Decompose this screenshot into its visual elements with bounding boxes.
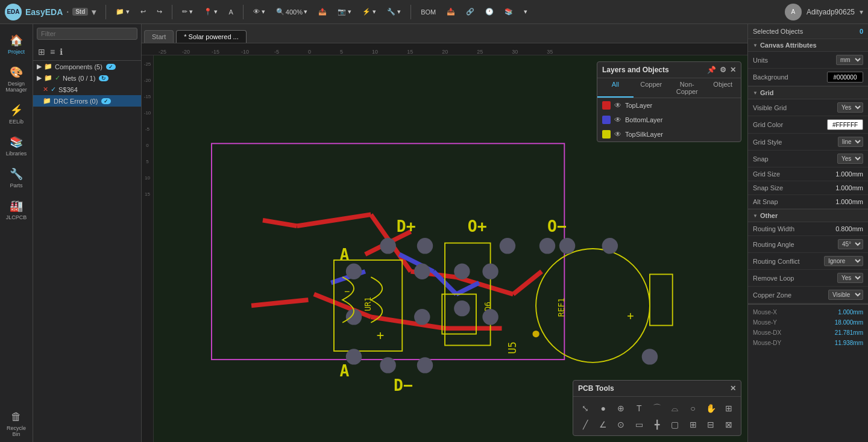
layers-button[interactable]: 📚: [501, 6, 517, 17]
export-button[interactable]: 📤: [315, 6, 330, 17]
import-button[interactable]: 📥: [443, 6, 459, 17]
pcb-tools-close[interactable]: ✕: [730, 384, 736, 393]
tool-minus-grid[interactable]: ⊟: [702, 417, 719, 432]
other-section-title: ▼ Other: [748, 210, 868, 222]
collapse-icon[interactable]: ▼: [753, 43, 758, 48]
mouse-x-row: Mouse-X 1.000mm: [748, 307, 868, 317]
sidebar-item-libraries[interactable]: 📚 Libraries: [2, 131, 31, 161]
tool-line[interactable]: ╱: [577, 417, 594, 432]
pcb-tools-icons: ✕: [730, 384, 736, 393]
tool-arc1[interactable]: ⌒: [649, 400, 665, 416]
filter-input[interactable]: [37, 28, 137, 40]
sidebar-item-jlcpcb[interactable]: 🏭 JLCPCB: [2, 195, 31, 225]
tab-all[interactable]: All: [597, 78, 634, 98]
file-panel-toolbar: ⊞ ≡ ℹ: [33, 43, 141, 61]
marker-button[interactable]: 📍 ▾: [200, 6, 221, 17]
tree-net-s364[interactable]: ✕ ✓ S$364: [33, 84, 141, 95]
bottomlayer-eye[interactable]: 👁: [614, 116, 621, 124]
camera-button[interactable]: 📷 ▾: [334, 6, 355, 17]
tab-object[interactable]: Object: [705, 78, 741, 98]
sidebar-item-design-manager[interactable]: 🎨 DesignManager: [2, 61, 31, 98]
draw-button[interactable]: ✏ ▾: [178, 6, 197, 17]
text-button[interactable]: A: [225, 7, 236, 17]
tool-rect[interactable]: ▭: [631, 417, 647, 432]
snap-select[interactable]: Yes No: [837, 154, 863, 164]
mouse-dx-row: Mouse-DX 21.781mm: [748, 328, 868, 338]
close-icon[interactable]: ✕: [730, 66, 736, 74]
tool-circle-point[interactable]: ●: [595, 400, 612, 416]
tool-angle[interactable]: ∠: [595, 417, 612, 432]
layer-topsilklayer[interactable]: 👁 TopSilkLayer: [597, 127, 741, 142]
panel-grid-btn[interactable]: ⊞: [37, 46, 46, 58]
tool-x-grid[interactable]: ⊠: [720, 417, 737, 432]
tool-text[interactable]: T: [631, 400, 647, 416]
units-select[interactable]: mm mil inch: [836, 55, 863, 65]
sep-3: [243, 5, 244, 19]
sidebar-item-project[interactable]: 🏠 Project: [2, 29, 31, 60]
connect-button[interactable]: ⚡ ▾: [359, 6, 380, 17]
grid-color-box[interactable]: #FFFFFF: [827, 119, 863, 130]
dropdown-arrow[interactable]: ▾: [92, 7, 96, 17]
sidebar-item-parts[interactable]: 🔧 Parts: [2, 163, 31, 193]
tab-solar[interactable]: * Solar powered ...: [176, 30, 247, 43]
zoom-level: 400%: [286, 8, 303, 16]
tool-cross[interactable]: ╋: [649, 417, 665, 432]
tool-marker[interactable]: ⊕: [613, 400, 630, 416]
history-button[interactable]: 🕐: [482, 6, 497, 17]
pcb-tools-title: PCB Tools: [578, 384, 614, 393]
tab-non-copper[interactable]: Non-Copper: [669, 78, 705, 98]
svg-rect-30: [650, 274, 673, 325]
tree-drc-errors[interactable]: 📁 DRC Errors (0) ✓: [33, 95, 141, 107]
more-button[interactable]: ▾: [520, 6, 531, 17]
panel-list-btn[interactable]: ≡: [49, 46, 56, 58]
sidebar-item-recycle[interactable]: 🗑 RecycleBin: [2, 406, 31, 442]
view-button[interactable]: 👁 ▾: [250, 6, 269, 17]
routing-angle-select[interactable]: 45° 90°: [838, 239, 863, 249]
tool-arc2[interactable]: ⌓: [667, 400, 684, 416]
tool-circle[interactable]: ○: [685, 400, 702, 416]
layer-bottomlayer[interactable]: 👁 BottomLayer: [597, 113, 741, 127]
undo-button[interactable]: ↩: [137, 6, 149, 17]
tool-route[interactable]: ⤡: [577, 400, 594, 416]
file-button[interactable]: 📁 ▾: [112, 6, 133, 17]
user-dropdown[interactable]: ▾: [860, 8, 863, 16]
tab-copper[interactable]: Copper: [634, 78, 670, 98]
topsilk-color: [602, 130, 611, 139]
tool-square[interactable]: ▢: [667, 417, 684, 432]
canvas-area: Start * Solar powered ... -25 -20 -15 -1…: [142, 24, 747, 442]
topsilk-eye[interactable]: 👁: [614, 130, 621, 139]
bom-button[interactable]: BOM: [417, 7, 439, 17]
panel-info-btn[interactable]: ℹ: [58, 46, 64, 58]
grid-collapse-icon[interactable]: ▼: [753, 90, 758, 96]
components-label: Components (5): [55, 63, 102, 70]
remove-loop-select[interactable]: Yes No: [837, 273, 863, 283]
settings-icon[interactable]: ⚙: [720, 66, 726, 74]
tools-button[interactable]: 🔧 ▾: [383, 6, 404, 17]
pcb-canvas[interactable]: D+ O+ O− A A D− REF1 D6 UR1: [154, 55, 747, 442]
tree-nets[interactable]: ▶ 📁 ✓ Nets (0 / 1) ↻: [33, 72, 141, 84]
layer-toplayer[interactable]: 👁 TopLayer: [597, 98, 741, 113]
visible-grid-select[interactable]: Yes No: [837, 102, 863, 113]
share-button[interactable]: 🔗: [462, 6, 478, 17]
routing-conflict-select[interactable]: Ignore Highlight Block: [824, 256, 863, 266]
zoom-button[interactable]: 🔍 400% ▾: [272, 6, 311, 17]
copper-zone-select[interactable]: Visible Hidden: [828, 290, 863, 300]
background-color[interactable]: #000000: [827, 72, 863, 82]
grid-style-select[interactable]: line dot: [838, 137, 863, 147]
tool-grid-sel[interactable]: ⊞: [685, 417, 702, 432]
tree-components[interactable]: ▶ 📁 Components (5) ✓: [33, 61, 141, 72]
canvas-wrapper[interactable]: -25 -20 -15 -10 -5 0 5 10 15 20 25 30 35: [142, 43, 747, 442]
tool-image[interactable]: ⊞: [720, 400, 737, 416]
username[interactable]: Adityadp90625: [807, 8, 855, 16]
units-row: Units mm mil inch: [748, 52, 868, 69]
svg-text:−: −: [344, 286, 350, 297]
toplayer-eye[interactable]: 👁: [614, 101, 621, 110]
tab-start[interactable]: Start: [144, 30, 174, 43]
tool-special[interactable]: ⊙: [613, 417, 630, 432]
net-name: S$364: [58, 86, 78, 93]
other-collapse-icon[interactable]: ▼: [753, 213, 758, 219]
redo-button[interactable]: ↪: [153, 6, 166, 17]
tool-hand[interactable]: ✋: [702, 400, 719, 416]
sidebar-item-eelib[interactable]: ⚡ EELib: [2, 99, 31, 129]
pin-icon[interactable]: 📌: [707, 66, 716, 74]
